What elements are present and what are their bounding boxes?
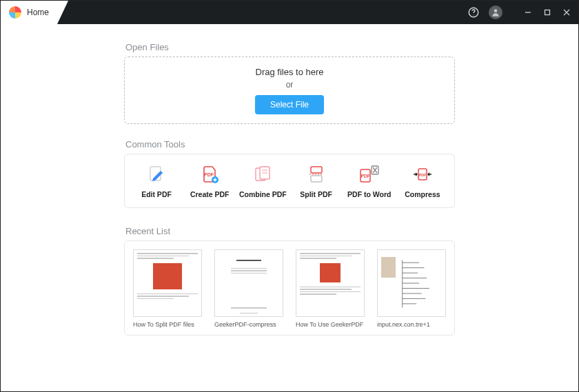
tool-split-pdf[interactable]: Split PDF — [292, 164, 341, 199]
recent-item[interactable]: GeekerPDF-compress — [214, 249, 283, 328]
window-controls — [523, 8, 571, 17]
tool-create-pdf[interactable]: PDF Create PDF — [185, 164, 234, 199]
edit-pdf-icon — [146, 164, 167, 185]
main-content: Open Files Drag files to here or Select … — [1, 24, 578, 391]
file-dropzone[interactable]: Drag files to here or Select File — [124, 56, 455, 124]
recent-thumbnail — [296, 249, 365, 317]
recent-list-box: How To Split PDF files GeekerPDF — [124, 240, 455, 336]
help-icon[interactable] — [467, 6, 480, 19]
recent-thumbnail — [377, 249, 446, 317]
tool-pdf-to-word[interactable]: PDF PDF to Word — [345, 164, 394, 199]
tool-compress[interactable]: PDF Compress — [398, 164, 447, 199]
svg-rect-16 — [311, 167, 322, 173]
app-window: Home — [0, 0, 579, 392]
recent-item-name: input.nex.con.tre+1 — [377, 321, 446, 328]
recent-item[interactable]: How To Split PDF files — [133, 249, 202, 328]
svg-text:PDF: PDF — [418, 173, 427, 177]
tool-edit-pdf[interactable]: Edit PDF — [132, 164, 181, 199]
pdf-to-word-icon: PDF — [359, 164, 380, 185]
svg-text:PDF: PDF — [204, 172, 214, 177]
tool-combine-pdf[interactable]: Combine PDF — [238, 164, 287, 199]
select-file-button[interactable]: Select File — [255, 95, 324, 114]
tool-label: Edit PDF — [141, 190, 172, 199]
combine-pdf-icon — [252, 164, 273, 185]
titlebar-right — [467, 6, 578, 19]
svg-point-2 — [494, 9, 498, 12]
tool-label: Create PDF — [190, 190, 230, 199]
dropzone-text: Drag files to here — [256, 67, 324, 77]
user-avatar-icon[interactable] — [489, 6, 502, 19]
tab-home[interactable]: Home — [1, 1, 68, 24]
create-pdf-icon: PDF — [199, 164, 220, 185]
recent-list-title: Recent List — [125, 226, 455, 236]
svg-rect-4 — [545, 10, 550, 15]
split-pdf-icon — [306, 164, 327, 185]
svg-point-1 — [473, 14, 474, 15]
tool-label: Combine PDF — [239, 190, 287, 199]
compress-icon: PDF — [412, 164, 433, 185]
recent-item[interactable]: How To Use GeekerPDF — [296, 249, 365, 328]
tab-label: Home — [27, 8, 49, 17]
recent-item-name: How To Split PDF files — [133, 321, 202, 328]
app-logo-icon — [9, 6, 21, 19]
svg-rect-17 — [311, 176, 322, 182]
svg-text:PDF: PDF — [360, 174, 369, 178]
recent-thumbnail — [133, 249, 202, 317]
recent-item-name: GeekerPDF-compress — [214, 321, 283, 328]
titlebar: Home — [1, 1, 578, 24]
tool-label: PDF to Word — [347, 190, 391, 199]
close-button[interactable] — [562, 8, 571, 17]
common-tools-title: Common Tools — [125, 139, 455, 149]
recent-thumbnail — [214, 249, 283, 317]
dropzone-or: or — [286, 80, 294, 90]
recent-item[interactable]: input.nex.con.tre+1 — [377, 249, 446, 328]
common-tools-box: Edit PDF PDF Create PDF — [124, 154, 455, 208]
tool-label: Compress — [405, 190, 440, 199]
tool-label: Split PDF — [300, 190, 332, 199]
recent-item-name: How To Use GeekerPDF — [296, 321, 365, 328]
minimize-button[interactable] — [523, 8, 533, 17]
open-files-title: Open Files — [125, 42, 455, 52]
maximize-button[interactable] — [542, 8, 552, 17]
